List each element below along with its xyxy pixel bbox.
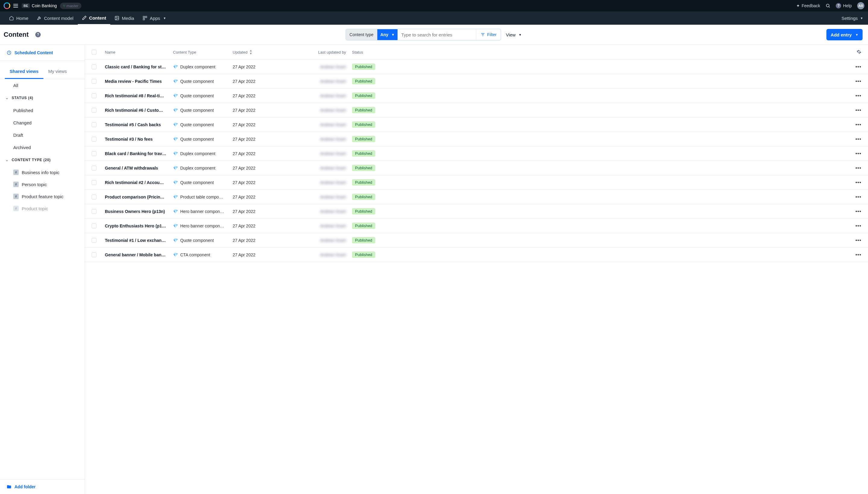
row-checkbox[interactable] bbox=[92, 180, 96, 185]
help-icon: ? bbox=[836, 3, 841, 8]
ct-item-label: Person topic bbox=[22, 182, 47, 187]
row-checkbox[interactable] bbox=[92, 122, 96, 127]
row-checkbox[interactable] bbox=[92, 238, 96, 243]
sidebar-item-content-type[interactable]: #Product topic bbox=[0, 203, 85, 214]
table-row[interactable]: Testimonial #1 / Low exchan…💎Quote compo… bbox=[85, 233, 868, 248]
scheduled-label: Scheduled Content bbox=[15, 50, 53, 55]
add-entry-button[interactable]: Add entry ▼ bbox=[826, 29, 863, 40]
sidebar-tabs: Shared views My views bbox=[0, 64, 85, 79]
row-checkbox[interactable] bbox=[92, 79, 96, 84]
sidebar-item-status[interactable]: Archived bbox=[0, 141, 85, 154]
entry-updated: 27 Apr 2022 bbox=[233, 195, 292, 200]
row-actions-button[interactable]: ••• bbox=[848, 151, 861, 156]
table-row[interactable]: Rich testimonial #2 / Accou…💎Quote compo… bbox=[85, 175, 868, 190]
col-last-updated-by[interactable]: Last updated by bbox=[292, 50, 352, 55]
col-updated[interactable]: Updated ▲▼ bbox=[233, 49, 292, 55]
scheduled-content-link[interactable]: Scheduled Content bbox=[0, 45, 85, 61]
row-checkbox[interactable] bbox=[92, 93, 96, 98]
logo-icon[interactable] bbox=[4, 2, 10, 9]
row-actions-button[interactable]: ••• bbox=[848, 79, 861, 84]
topbar: BE Coin Banking ⑂ master ✦ Feedback ? He… bbox=[0, 0, 868, 12]
row-checkbox[interactable] bbox=[92, 195, 96, 200]
row-checkbox[interactable] bbox=[92, 252, 96, 257]
table-row[interactable]: Business Owners Hero (p13n)💎Hero banner … bbox=[85, 204, 868, 219]
table-row[interactable]: Black card / Banking for trav…💎Duplex co… bbox=[85, 146, 868, 161]
table-row[interactable]: General banner / Mobile ban…💎CTA compone… bbox=[85, 248, 868, 262]
status-badge: Published bbox=[352, 150, 375, 157]
row-actions-button[interactable]: ••• bbox=[848, 180, 861, 185]
select-all-checkbox[interactable] bbox=[92, 50, 96, 55]
sidebar-item-content-type[interactable]: #Product feature topic bbox=[0, 190, 85, 203]
content-type-filter-value[interactable]: Any ▼ bbox=[377, 29, 398, 40]
row-checkbox[interactable] bbox=[92, 209, 96, 214]
row-actions-button[interactable]: ••• bbox=[848, 223, 861, 229]
row-checkbox[interactable] bbox=[92, 64, 96, 69]
row-actions-button[interactable]: ••• bbox=[848, 136, 861, 142]
add-folder-button[interactable]: Add folder bbox=[0, 479, 85, 494]
row-actions-button[interactable]: ••• bbox=[848, 108, 861, 113]
ct-item-label: Product topic bbox=[22, 206, 48, 211]
row-checkbox[interactable] bbox=[92, 151, 96, 156]
status-badge: Published bbox=[352, 251, 375, 258]
nav-content[interactable]: Content bbox=[78, 12, 111, 25]
sidebar-item-status[interactable]: Published bbox=[0, 104, 85, 117]
row-actions-button[interactable]: ••• bbox=[848, 64, 861, 70]
table-row[interactable]: Classic card / Banking for st…💎Duplex co… bbox=[85, 60, 868, 74]
filter-button[interactable]: Filter bbox=[476, 29, 501, 40]
row-actions-button[interactable]: ••• bbox=[848, 165, 861, 171]
menu-icon[interactable] bbox=[13, 4, 18, 7]
help-icon[interactable]: ? bbox=[35, 32, 41, 37]
nav-content-model[interactable]: Content model bbox=[33, 12, 78, 25]
sidebar-section-content-type[interactable]: ⌄ CONTENT TYPE (20) bbox=[0, 154, 85, 166]
sidebar-item-content-type[interactable]: #Person topic bbox=[0, 178, 85, 190]
nav-media[interactable]: Media bbox=[110, 12, 138, 25]
row-checkbox[interactable] bbox=[92, 108, 96, 113]
nav-home[interactable]: Home bbox=[5, 12, 33, 25]
table-settings-button[interactable] bbox=[856, 50, 861, 55]
row-actions-button[interactable]: ••• bbox=[848, 122, 861, 128]
org-badge: BE bbox=[22, 3, 30, 8]
row-actions-button[interactable]: ••• bbox=[848, 209, 861, 214]
search-button[interactable] bbox=[826, 3, 830, 8]
row-actions-button[interactable]: ••• bbox=[848, 238, 861, 243]
avatar[interactable]: AR bbox=[857, 2, 864, 10]
nav-settings[interactable]: Settings ▼ bbox=[842, 16, 863, 21]
tab-shared-views[interactable]: Shared views bbox=[5, 64, 43, 79]
sidebar-item-status[interactable]: Changed bbox=[0, 117, 85, 129]
row-actions-button[interactable]: ••• bbox=[848, 252, 861, 258]
nav-home-label: Home bbox=[16, 16, 28, 21]
table-row[interactable]: Testimonial #5 / Cash backs💎Quote compon… bbox=[85, 117, 868, 132]
row-actions-button[interactable]: ••• bbox=[848, 93, 861, 98]
table-row[interactable]: Rich testimonial #6 / Custo…💎Quote compo… bbox=[85, 103, 868, 117]
content-type-filter-label[interactable]: Content type bbox=[346, 29, 377, 40]
feedback-link[interactable]: ✦ Feedback bbox=[796, 3, 820, 8]
col-status[interactable]: Status bbox=[352, 50, 394, 55]
sidebar-item-status[interactable]: Draft bbox=[0, 129, 85, 141]
row-checkbox[interactable] bbox=[92, 166, 96, 170]
row-checkbox[interactable] bbox=[92, 224, 96, 228]
sidebar-section-status[interactable]: ⌄ STATUS (4) bbox=[0, 92, 85, 104]
row-checkbox[interactable] bbox=[92, 137, 96, 141]
entry-updated-by: Andrew Grant bbox=[292, 79, 352, 84]
sidebar-item-all[interactable]: All bbox=[0, 79, 85, 92]
view-button[interactable]: View ▼ bbox=[506, 32, 521, 37]
entry-updated-by: Andrew Grant bbox=[292, 166, 352, 170]
table-row[interactable]: General / ATM withdrawals💎Duplex compone… bbox=[85, 161, 868, 175]
entry-status: Published bbox=[352, 93, 394, 99]
entry-updated: 27 Apr 2022 bbox=[233, 252, 292, 257]
row-actions-button[interactable]: ••• bbox=[848, 194, 861, 200]
search-input[interactable] bbox=[398, 29, 476, 40]
table-row[interactable]: Product comparison (Pricin…💎Product tabl… bbox=[85, 190, 868, 204]
table-row[interactable]: Testimonial #3 / No fees💎Quote component… bbox=[85, 132, 868, 146]
table-row[interactable]: Rich testimonial #8 / Real-ti…💎Quote com… bbox=[85, 89, 868, 103]
table-row[interactable]: Crypto Enthusiasts Hero (p1…💎Hero banner… bbox=[85, 219, 868, 233]
table-row[interactable]: Media review - Pacific Times💎Quote compo… bbox=[85, 74, 868, 89]
col-content-type[interactable]: Content Type bbox=[173, 50, 233, 55]
nav-apps[interactable]: Apps ▼ bbox=[138, 12, 170, 25]
col-name[interactable]: Name bbox=[105, 50, 173, 55]
branch-pill[interactable]: ⑂ master bbox=[60, 3, 82, 9]
help-link[interactable]: ? Help bbox=[836, 3, 852, 8]
tab-my-views[interactable]: My views bbox=[43, 64, 72, 79]
space-name[interactable]: Coin Banking bbox=[32, 3, 57, 8]
sidebar-item-content-type[interactable]: #Business info topic bbox=[0, 166, 85, 178]
